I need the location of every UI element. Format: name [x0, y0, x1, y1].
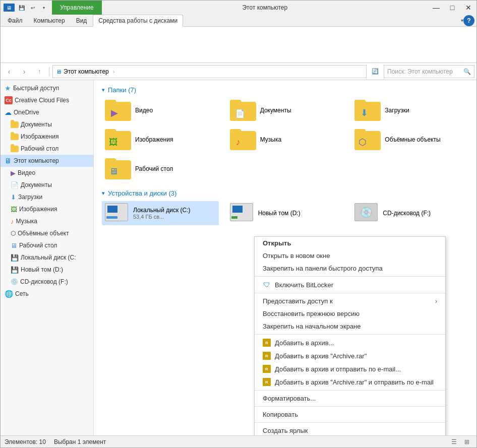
ctx-separator-1 [255, 276, 445, 277]
ctx-add-archive-rar[interactable]: R Добавить в архив "Archive.rar" [255, 349, 445, 362]
folder-icon-3dobjects: ⬡ [354, 129, 381, 150]
sidebar-item-creative-cloud[interactable]: Cc Creative Cloud Files [1, 94, 93, 106]
downloads-icon: ⬇ [11, 194, 16, 201]
address-path: Этот компьютер [64, 68, 109, 75]
maximize-button[interactable]: □ [444, 1, 460, 15]
save-icon[interactable]: 💾 [17, 3, 27, 13]
folder-item-documents[interactable]: 📄 Документы [227, 98, 344, 123]
folder-item-video[interactable]: ▶ Видео [102, 98, 219, 123]
folder-item-desktop[interactable]: 🖥 Рабочий стол [102, 156, 219, 181]
ctx-add-archive-rar-email[interactable]: R Добавить в архив "Archive.rar" и отпра… [255, 375, 445, 389]
tab-view[interactable]: Вид [71, 15, 92, 27]
main-window: 🖥 💾 ↩ ▾ Управление Этот компьютер — □ ✕ … [0, 0, 477, 448]
sidebar-item-pictures[interactable]: 🖼 Изображения [1, 203, 93, 215]
dropdown-icon[interactable]: ▾ [39, 3, 49, 13]
forward-button[interactable]: › [18, 65, 31, 78]
onedrive-icon: ☁ [5, 108, 12, 116]
cd-drive-icon: 💿 [354, 203, 379, 223]
folder-icon [11, 134, 19, 140]
rar-icon-2: R [263, 352, 271, 360]
cc-icon: Cc [5, 96, 13, 104]
window-controls: — □ ✕ [428, 1, 476, 15]
sidebar-item-onedrive-docs[interactable]: Документы [1, 118, 93, 131]
disk-c-icon [105, 203, 129, 223]
close-button[interactable]: ✕ [460, 1, 476, 15]
device-grid: Локальный диск (C:) 53,4 ГБ св... [102, 201, 468, 225]
sidebar-item-local-disk[interactable]: 💾 Локальный диск (С: [1, 251, 93, 264]
view-grid-button[interactable]: ⊞ [461, 436, 472, 447]
undo-icon[interactable]: ↩ [28, 3, 38, 13]
rar-icon-3: R [263, 365, 271, 373]
disk-d-icon: 💾 [11, 266, 19, 274]
sidebar-item-onedrive[interactable]: ☁ OneDrive [1, 106, 93, 118]
ctx-format[interactable]: Форматировать... [255, 392, 445, 405]
nav-separator [49, 67, 49, 76]
folder-item-downloads[interactable]: ⬇ Загрузки [351, 98, 468, 123]
sidebar-item-desktop[interactable]: 🖥 Рабочий стол [1, 239, 93, 251]
tab-computer[interactable]: Компьютер [29, 15, 70, 27]
sidebar-item-music[interactable]: ♪ Музыка [1, 215, 93, 227]
view-list-button[interactable]: ☰ [448, 436, 459, 447]
device-item-d[interactable]: Новый том (D:) [227, 201, 344, 225]
search-box[interactable]: Поиск: Этот компьютер 🔍 [384, 65, 474, 78]
ctx-bitlocker[interactable]: 🛡 Включить BitLocker [255, 278, 445, 291]
sidebar-item-video[interactable]: ▶ Видео [1, 167, 93, 179]
sidebar-item-downloads[interactable]: ⬇ Загрузки [1, 191, 93, 203]
disk-icon: 💾 [11, 254, 19, 262]
sidebar-item-3d-objects[interactable]: ⬡ Объёмные объект [1, 227, 93, 239]
folder-icon [11, 146, 19, 152]
tab-file[interactable]: Файл [3, 15, 28, 27]
ctx-create-shortcut[interactable]: Создать ярлык [255, 424, 445, 435]
ctx-add-archive-email[interactable]: R Добавить в архив и отправить по e-mail… [255, 362, 445, 375]
sidebar-item-onedrive-images[interactable]: Изображения [1, 131, 93, 143]
content-area: Папки (7) ▶ Видео 📄 [94, 80, 476, 435]
up-button[interactable]: ↑ [33, 65, 46, 78]
ctx-add-archive[interactable]: R Добавить в архив... [255, 336, 445, 349]
sidebar-item-documents[interactable]: 📄 Документы [1, 179, 93, 191]
address-computer-icon: 🖥 [56, 69, 62, 75]
navbar: ‹ › ↑ 🖥 Этот компьютер › 🔄 Поиск: Этот к… [1, 63, 476, 80]
device-c-info: Локальный диск (C:) 53,4 ГБ св... [133, 207, 191, 220]
device-f-info: CD-дисковод (F:) [383, 210, 431, 217]
folder-item-pictures[interactable]: 🖼 Изображения [102, 127, 219, 152]
title-left: 🖥 💾 ↩ ▾ [1, 1, 52, 15]
minimize-button[interactable]: — [428, 1, 444, 15]
address-bar[interactable]: 🖥 Этот компьютер › [52, 65, 367, 78]
back-button[interactable]: ‹ [3, 65, 16, 78]
folder-icon-downloads: ⬇ [354, 100, 381, 121]
folder-icon-pictures: 🖼 [105, 129, 131, 150]
device-item-f[interactable]: 💿 CD-дисковод (F:) [351, 201, 468, 225]
sidebar-item-this-pc[interactable]: 🖥 Этот компьютер [1, 155, 93, 167]
ctx-copy[interactable]: Копировать [255, 408, 445, 421]
help-button[interactable]: ? [463, 15, 474, 26]
statusbar-right: ☰ ⊞ [448, 436, 472, 447]
sidebar-item-onedrive-desktop[interactable]: Рабочий стол [1, 143, 93, 155]
folder-item-music[interactable]: ♪ Музыка [227, 127, 344, 152]
ctx-pin-start[interactable]: Закрепить на начальном экране [255, 320, 445, 333]
folders-section-header[interactable]: Папки (7) [102, 86, 468, 94]
sidebar: ★ Быстрый доступ Cc Creative Cloud Files… [1, 80, 94, 435]
ctx-pin-quick[interactable]: Закрепить на панели быстрого доступа [255, 262, 445, 275]
ctx-open-new-window[interactable]: Открыть в новом окне [255, 249, 445, 262]
folder-grid: ▶ Видео 📄 Документы [102, 98, 468, 181]
ribbon-right: ▾ ? [461, 15, 474, 26]
ctx-separator-6 [255, 422, 445, 423]
folder-item-3dobjects[interactable]: ⬡ Объёмные объекты [351, 127, 468, 152]
tab-upravlenie[interactable]: Управление [52, 1, 102, 15]
refresh-button[interactable]: 🔄 [369, 65, 382, 78]
title-etot-komputer: Этот компьютер [102, 1, 428, 15]
ctx-restore-prev[interactable]: Восстановить прежнюю версию [255, 307, 445, 320]
sidebar-item-quick-access[interactable]: ★ Быстрый доступ [1, 82, 93, 94]
folder-icon-video: ▶ [105, 100, 131, 121]
folder-icon-music: ♪ [230, 129, 256, 150]
main-area: ★ Быстрый доступ Cc Creative Cloud Files… [1, 80, 476, 435]
sidebar-item-new-volume[interactable]: 💾 Новый том (D:) [1, 264, 93, 276]
sidebar-item-cd-drive[interactable]: 💿 CD-дисковод (F:) [1, 276, 93, 288]
devices-section-header[interactable]: Устройства и диски (3) [102, 189, 468, 197]
ctx-share[interactable]: Предоставить доступ к › [255, 295, 445, 307]
sidebar-item-network[interactable]: 🌐 Сеть [1, 288, 93, 300]
tab-disk-tools[interactable]: Средства работы с дисками [93, 15, 183, 27]
ctx-open[interactable]: Открыть [255, 237, 445, 249]
device-item-c[interactable]: Локальный диск (C:) 53,4 ГБ св... [102, 201, 219, 225]
disk-d-icon [230, 203, 254, 223]
